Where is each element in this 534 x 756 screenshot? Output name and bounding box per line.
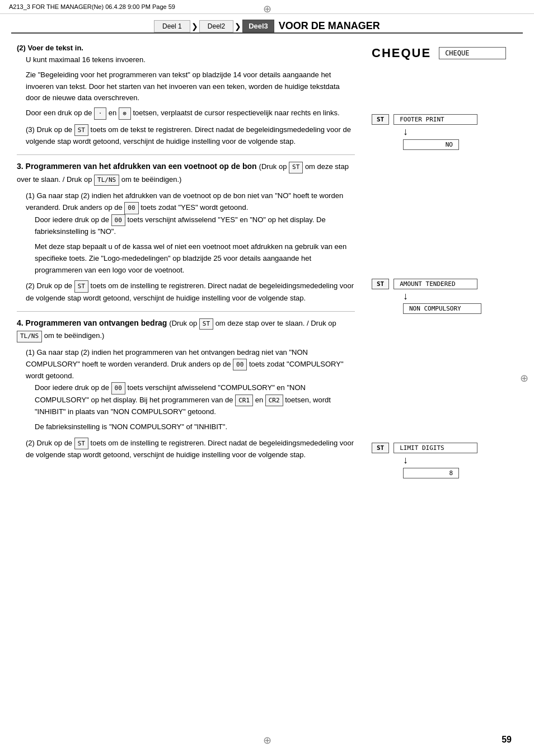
subsection-2-voer: (2) Voer de tekst in. U kunt maximaal 16… xyxy=(17,44,355,120)
subsection-2-title: (2) Voer de tekst in. xyxy=(17,44,355,52)
nav-arrow2: ❯ xyxy=(233,22,242,31)
step4-sub1-body3: De fabrieksinstelling is "NON COMPULSORY… xyxy=(35,421,355,433)
limit-digits-box: LIMIT DIGITS xyxy=(394,443,477,453)
tlns-key-step3: TL/NS xyxy=(94,175,119,186)
step4-sub2: (2) Druk op de ST toets om de instelling… xyxy=(26,438,355,461)
st-row-1: ST FOOTER PRINT xyxy=(372,114,517,125)
dot-key: · xyxy=(94,107,106,120)
right-cheque-section: CHEQUE CHEQUE xyxy=(372,44,517,64)
subsection-2-body2: Zie "Begeleiding voor het programmeren v… xyxy=(26,69,355,104)
st-row-2: ST AMOUNT TENDERED xyxy=(372,279,517,289)
crosshair-bottom: ⊕ xyxy=(263,736,271,745)
crosshair-right-mid: ⊕ xyxy=(519,374,528,383)
key-00-step4a: 00 xyxy=(233,359,247,371)
step3-title: Programmeren van het afdrukken van een v… xyxy=(26,162,257,171)
step3-sub1-text: (1) Ga naar stap (2) indien het afdrukke… xyxy=(26,190,355,214)
cr1-key: CR1 xyxy=(235,395,253,407)
subsection-3-druk: (3) Druk op de ST toets om de tekst te r… xyxy=(17,124,355,148)
right-column: CHEQUE CHEQUE ST FOOTER PRINT ↓ NO ST AM… xyxy=(372,39,517,484)
st-key-step4: ST xyxy=(199,318,213,330)
right-footer-section: ST FOOTER PRINT ↓ NO xyxy=(372,114,517,150)
step3-sub2: (2) Druk op de ST toets om de instelling… xyxy=(26,280,355,304)
arrow-down-3: ↓ xyxy=(403,454,517,467)
page-number: 59 xyxy=(502,735,512,745)
left-column: (2) Voer de tekst in. U kunt maximaal 16… xyxy=(17,39,360,484)
tab-deel1[interactable]: Deel 1 xyxy=(154,20,190,32)
right-amount-section: ST AMOUNT TENDERED ↓ NON COMPULSORY xyxy=(372,279,517,314)
tab-deel2[interactable]: Deel2 xyxy=(199,20,233,32)
tlns-key-step4: TL/NS xyxy=(17,331,42,342)
nav-arrow: ❯ xyxy=(190,22,199,31)
cheque-label-row: CHEQUE CHEQUE xyxy=(372,46,517,60)
st-row-3: ST LIMIT DIGITS xyxy=(372,443,517,453)
right-limit-section: ST LIMIT DIGITS ↓ 8 xyxy=(372,443,517,478)
st-key-1: ST xyxy=(74,124,88,137)
st-badge-2: ST xyxy=(372,279,389,289)
footer-print-box: FOOTER PRINT xyxy=(394,114,477,125)
cheque-display-box: CHEQUE xyxy=(439,47,506,59)
step3-sub1-body3: Met deze stap bepaalt u of de kassa wel … xyxy=(35,241,355,276)
crosshair-top: ⊕ xyxy=(263,4,271,13)
section-title: VOOR DE MANAGER xyxy=(279,20,380,32)
step4-header: 4. Programmeren van ontvangen bedrag (Dr… xyxy=(17,317,355,342)
step3-block: 3. Programmeren van het afdrukken van ee… xyxy=(17,161,355,304)
arrow-down-2: ↓ xyxy=(403,290,517,303)
step3-sub1: (1) Ga naar stap (2) indien het afdrukke… xyxy=(26,190,355,276)
st-key-step4-2: ST xyxy=(74,438,88,450)
st-badge-3: ST xyxy=(372,443,389,453)
amount-tendered-box: AMOUNT TENDERED xyxy=(394,279,477,289)
subsection-2-body1: U kunt maximaal 16 tekens invoeren. xyxy=(26,54,355,66)
st-badge-1: ST xyxy=(372,114,389,125)
st-key-step3: ST xyxy=(289,162,303,173)
separator-1 xyxy=(17,154,355,155)
step3-num: 3. xyxy=(17,162,24,171)
st-key-step3-2: ST xyxy=(74,280,88,293)
subsection-3-body: (3) Druk op de ST toets om de tekst te r… xyxy=(26,124,355,148)
main-content: (2) Voer de tekst in. U kunt maximaal 16… xyxy=(0,34,534,490)
key-00-step4b: 00 xyxy=(111,382,125,395)
arrow-down-1: ↓ xyxy=(403,126,517,138)
non-compulsory-box: NON COMPULSORY xyxy=(403,303,481,314)
no-box: NO xyxy=(403,139,459,150)
step4-sub1-text: (1) Ga naar stap (2) indien het programm… xyxy=(26,347,355,382)
key-00-step3a: 00 xyxy=(124,202,138,214)
step3-sub1-body2: Door iedere druk op de 00 toets verschij… xyxy=(35,214,355,238)
step4-sub1-body2: Door iedere druk op de 00 toets verschij… xyxy=(35,382,355,418)
tab-deel3[interactable]: Deel3 xyxy=(242,20,274,32)
separator-2 xyxy=(17,311,355,312)
cr2-key: CR2 xyxy=(265,395,283,407)
cheque-label: CHEQUE xyxy=(372,46,431,60)
step4-sub2-text: (2) Druk op de ST toets om de instelling… xyxy=(26,438,355,461)
step3-header: 3. Programmeren van het afdrukken van ee… xyxy=(17,161,355,186)
subsection-2-body3: Door een druk op de · en ⊗ toetsen, verp… xyxy=(26,107,355,120)
backspace-key: ⊗ xyxy=(119,107,131,120)
step4-title: Programmeren van ontvangen bedrag xyxy=(26,318,167,327)
step3-sub2-text: (2) Druk op de ST toets om de instelling… xyxy=(26,280,355,304)
step4-sub1: (1) Ga naar stap (2) indien het programm… xyxy=(26,347,355,433)
nav-tabs: Deel 1 ❯ Deel2 ❯ Deel3 VOOR DE MANAGER xyxy=(154,20,380,32)
step4-block: 4. Programmeren van ontvangen bedrag (Dr… xyxy=(17,317,355,461)
limit-value-box: 8 xyxy=(403,468,459,478)
step4-num: 4. xyxy=(17,318,24,327)
key-00-step3b: 00 xyxy=(111,214,125,227)
